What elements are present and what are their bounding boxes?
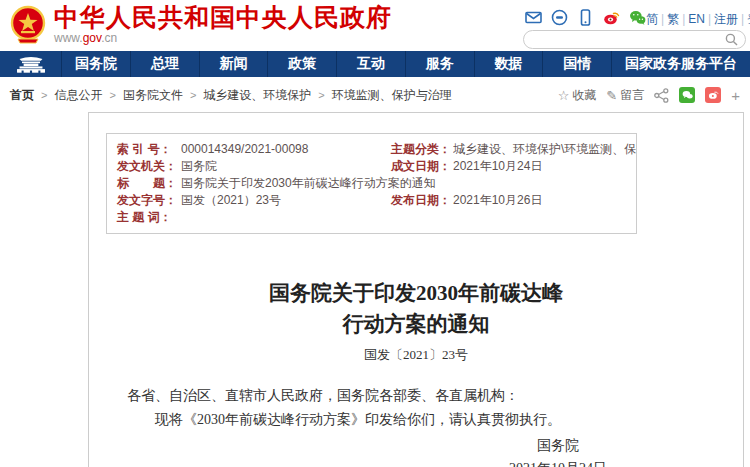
url-gov: gov [83, 31, 101, 45]
site-title: 中华人民共和国中央人民政府 [54, 4, 392, 30]
document-paragraph-addressees: 各省、自治区、直辖市人民政府，国务院各部委、各直属机构： [127, 384, 705, 408]
breadcrumb-info-disclosure[interactable]: 信息公开 [54, 87, 102, 104]
meta-value-category: 城乡建设、环境保护\环境监测、保护与治理 [453, 141, 636, 158]
separator: | [741, 12, 744, 26]
nav-item-premier[interactable]: 总理 [131, 51, 200, 77]
meta-label-written-date: 成文日期： [391, 158, 453, 175]
signature-signer: 国务院 [498, 434, 618, 457]
url-prefix: www. [54, 31, 83, 45]
document-signature: 国务院 2021年10月24日 [498, 434, 618, 467]
document-paragraph-main: 现将《2030年前碳达峰行动方案》印发给你们，请认真贯彻执行。 [127, 408, 705, 432]
breadcrumb-env-monitoring[interactable]: 环境监测、保护与治理 [332, 87, 452, 104]
separator: | [661, 12, 664, 26]
search-icon[interactable] [725, 33, 738, 46]
nav-item-data[interactable]: 数据 [475, 51, 544, 77]
meta-value-doc-number: 国发（2021）23号 [181, 192, 391, 209]
breadcrumb-separator: > [109, 89, 115, 101]
meta-row: 主 题 词： [117, 209, 636, 226]
mail-icon[interactable] [525, 9, 542, 26]
document-meta-table: 索 引 号： 000014349/2021-00098 主题分类： 城乡建设、环… [106, 133, 637, 234]
meta-label-index: 索 引 号： [117, 141, 181, 158]
share-weibo-icon[interactable] [705, 87, 721, 103]
mobile-icon[interactable] [577, 9, 594, 26]
document-number: 国发〔2021〕23号 [89, 346, 743, 364]
document-title: 国务院关于印发2030年前碳达峰 行动方案的通知 [89, 278, 743, 340]
star-icon: ☆ [558, 88, 570, 103]
search-input[interactable] [524, 32, 725, 47]
meta-row: 发文机关： 国务院 成文日期： 2021年10月24日 [117, 158, 636, 175]
document-body: 国务院关于印发2030年前碳达峰 行动方案的通知 国发〔2021〕23号 各省、… [89, 278, 743, 467]
meta-value-publish-date: 2021年10月26日 [453, 192, 636, 209]
breadcrumb-home[interactable]: 首页 [10, 87, 34, 104]
page-actions: ☆收藏 ✎留言 + [558, 84, 740, 106]
document-card: 索 引 号： 000014349/2021-00098 主题分类： 城乡建设、环… [88, 112, 744, 467]
site-logo[interactable]: 中华人民共和国中央人民政府 www.gov.cn [10, 4, 392, 45]
url-suffix: .cn [101, 31, 117, 45]
meta-value-index: 000014349/2021-00098 [181, 141, 391, 158]
nav-item-state-council[interactable]: 国务院 [62, 51, 131, 77]
share-icon[interactable] [654, 88, 669, 103]
meta-value-written-date: 2021年10月24日 [453, 158, 636, 175]
wechat-icon[interactable] [629, 9, 646, 26]
document-title-line2: 行动方案的通知 [89, 309, 743, 340]
signature-date: 2021年10月24日 [498, 457, 618, 467]
nav-item-interaction[interactable]: 互动 [337, 51, 406, 77]
meta-value-keywords [181, 209, 636, 226]
separator: | [708, 12, 711, 26]
breadcrumb-separator: > [190, 89, 196, 101]
national-emblem-icon [10, 5, 46, 45]
nav-item-policy[interactable]: 政策 [268, 51, 337, 77]
meta-label-keywords: 主 题 词： [117, 209, 181, 226]
meta-label-title: 标 题： [117, 175, 181, 192]
lang-english[interactable]: EN [688, 12, 705, 26]
nav-item-news[interactable]: 新闻 [200, 51, 269, 77]
share-wechat-icon[interactable] [679, 87, 695, 103]
meta-row: 标 题： 国务院关于印发2030年前碳达峰行动方案的通知 [117, 175, 636, 192]
comment-button[interactable]: ✎留言 [606, 87, 644, 104]
meta-value-issuer: 国务院 [181, 158, 391, 175]
comment-label: 留言 [620, 87, 644, 104]
favorite-label: 收藏 [572, 87, 596, 104]
separator: | [682, 12, 685, 26]
meta-label-publish-date: 发布日期： [391, 192, 453, 209]
meta-label-category: 主题分类： [391, 141, 453, 158]
lang-traditional[interactable]: 繁 [667, 12, 679, 26]
breadcrumb-separator: > [318, 89, 324, 101]
nav-item-services[interactable]: 服务 [406, 51, 475, 77]
header-icons [525, 9, 646, 26]
site-header: 中华人民共和国中央人民政府 www.gov.cn 简|繁|EN|注册|登录 [0, 0, 750, 51]
pencil-icon: ✎ [606, 88, 617, 103]
breadcrumb: 首页 > 信息公开 > 国务院文件 > 城乡建设、环境保护 > 环境监测、保护与… [10, 87, 452, 104]
site-url: www.gov.cn [54, 31, 392, 45]
document-title-line1: 国务院关于印发2030年前碳达峰 [89, 278, 743, 309]
breadcrumb-row: 首页 > 信息公开 > 国务院文件 > 城乡建设、环境保护 > 环境监测、保护与… [0, 84, 750, 106]
search-box [523, 30, 746, 49]
page: 中华人民共和国中央人民政府 www.gov.cn 简|繁|EN|注册|登录 [0, 0, 750, 467]
weibo-icon[interactable] [603, 9, 620, 26]
meta-label-doc-number: 发文字号： [117, 192, 181, 209]
nav-item-national-conditions[interactable]: 国情 [543, 51, 612, 77]
nav-home[interactable] [0, 51, 62, 77]
register-link[interactable]: 注册 [714, 12, 738, 26]
more-share-button[interactable]: + [731, 87, 740, 104]
client-icon[interactable] [551, 9, 568, 26]
meta-row: 发文字号： 国发（2021）23号 发布日期： 2021年10月26日 [117, 192, 636, 209]
breadcrumb-separator: > [41, 89, 47, 101]
main-nav: 国务院 总理 新闻 政策 互动 服务 数据 国情 国家政务服务平台 [0, 51, 750, 77]
meta-value-title: 国务院关于印发2030年前碳达峰行动方案的通知 [181, 175, 636, 192]
meta-row: 索 引 号： 000014349/2021-00098 主题分类： 城乡建设、环… [117, 141, 636, 158]
meta-label-issuer: 发文机关： [117, 158, 181, 175]
nav-item-gov-service-platform[interactable]: 国家政务服务平台 [612, 51, 750, 77]
favorite-button[interactable]: ☆收藏 [558, 87, 597, 104]
breadcrumb-urban-env[interactable]: 城乡建设、环境保护 [203, 87, 311, 104]
lang-simplified[interactable]: 简 [646, 12, 658, 26]
breadcrumb-state-council-docs[interactable]: 国务院文件 [123, 87, 183, 104]
lang-links: 简|繁|EN|注册|登录 [646, 11, 750, 28]
tiananmen-home-icon [14, 55, 48, 73]
